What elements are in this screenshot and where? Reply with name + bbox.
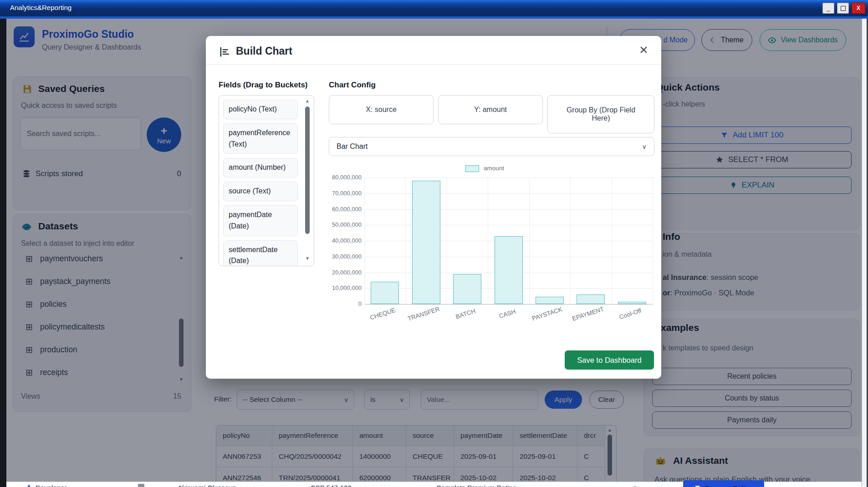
window-frame-left bbox=[0, 19, 6, 487]
maximize-icon bbox=[841, 6, 846, 11]
window-title-bar: Analytics&Reporting bbox=[0, 0, 868, 16]
field-chip[interactable]: source (Text) bbox=[223, 182, 298, 201]
modal-title: Build Chart bbox=[236, 45, 292, 57]
field-chip[interactable]: amount (Number) bbox=[223, 158, 298, 178]
y-axis-tick-label: 40,000,000 bbox=[329, 237, 362, 244]
x-axis-tick-label: TRANSFER bbox=[407, 305, 440, 322]
x-axis-tick-label: BATCH bbox=[455, 307, 476, 320]
chart-gridline bbox=[405, 178, 406, 304]
y-axis-tick-label: 0 bbox=[329, 300, 362, 307]
bar-batch bbox=[453, 274, 481, 304]
status-task: Complete Premium Rating bbox=[436, 484, 516, 487]
status-fragment: q bbox=[633, 484, 637, 487]
fields-list: policyNo (Text)paymentReference (Text)am… bbox=[219, 95, 314, 266]
y-axis-tick-label: 50,000,000 bbox=[329, 221, 362, 228]
field-chip[interactable]: paymentDate (Date) bbox=[223, 205, 298, 236]
status-code: CSP 547-109 bbox=[311, 484, 352, 487]
window-frame-top bbox=[0, 16, 868, 19]
scroll-down-icon[interactable]: ▼ bbox=[305, 256, 310, 261]
bar-paystack bbox=[536, 297, 564, 304]
bar-cash bbox=[495, 236, 523, 304]
bar-transfer bbox=[412, 181, 440, 304]
fields-scrollbar-thumb[interactable] bbox=[305, 107, 310, 234]
bar-cool-off bbox=[618, 302, 646, 304]
chart-gridline bbox=[488, 178, 488, 304]
page-scrollbar[interactable] bbox=[862, 19, 868, 487]
chart-gridline bbox=[653, 178, 653, 304]
process-policy-label: Process Policy bbox=[705, 484, 753, 487]
modal-header-divider bbox=[206, 64, 661, 65]
build-chart-modal: Build Chart × Fields (Drag to Buckets) p… bbox=[206, 36, 661, 379]
chart-gridline bbox=[364, 304, 653, 304]
y-axis-tick-label: 80,000,000 bbox=[329, 174, 362, 181]
bar-chart: amount 010,000,00020,000,00030,000,00040… bbox=[329, 162, 654, 340]
field-chip[interactable]: paymentReference (Text) bbox=[223, 123, 298, 154]
close-icon[interactable]: × bbox=[639, 42, 648, 57]
status-bar: Developer Akinyemi Olusegun CSP 547-109 … bbox=[6, 482, 862, 487]
y-axis-tick-label: 20,000,000 bbox=[329, 269, 362, 276]
chart-gridline bbox=[364, 209, 653, 210]
y-axis-bucket[interactable]: Y: amount bbox=[438, 95, 543, 124]
x-axis-tick-label: CASH bbox=[498, 308, 516, 320]
x-axis-tick-label: CHEQUE bbox=[369, 306, 397, 321]
group-by-bucket[interactable]: Group By (Drop Field Here) bbox=[547, 95, 654, 133]
chart-gridline bbox=[364, 193, 653, 194]
developer-icon bbox=[26, 484, 32, 487]
chart-type-value: Bar Chart bbox=[337, 142, 368, 151]
minimize-button[interactable]: _ bbox=[822, 3, 834, 14]
field-chip[interactable]: policyNo (Text) bbox=[223, 100, 298, 119]
y-axis-tick-label: 10,000,000 bbox=[329, 284, 362, 291]
scroll-up-icon[interactable]: ▲ bbox=[305, 98, 310, 103]
chart-gridline bbox=[612, 178, 612, 304]
y-axis-tick-label: 30,000,000 bbox=[329, 253, 362, 260]
chart-gridline bbox=[570, 178, 571, 304]
close-window-button[interactable]: X bbox=[852, 3, 865, 14]
x-axis-tick-label: EPAYMENT bbox=[572, 305, 605, 322]
window-title: Analytics&Reporting bbox=[10, 4, 71, 11]
x-axis-tick-label: PAYSTACK bbox=[531, 306, 563, 322]
chart-type-select[interactable]: Bar Chart ∨ bbox=[329, 137, 654, 156]
status-developer: Developer bbox=[36, 484, 66, 487]
chevron-down-icon: ∨ bbox=[642, 143, 647, 150]
bar-cheque bbox=[371, 282, 399, 304]
chart-config-heading: Chart Config bbox=[329, 81, 376, 90]
process-policy-button[interactable]: Process Policy bbox=[683, 480, 764, 487]
bar-epayment bbox=[577, 294, 605, 304]
field-chip[interactable]: settlementDate (Date) bbox=[223, 240, 298, 266]
status-separator-icon bbox=[138, 484, 144, 487]
y-axis-tick-label: 60,000,000 bbox=[329, 206, 362, 213]
funnel-icon bbox=[694, 485, 701, 487]
fields-heading: Fields (Drag to Buckets) bbox=[219, 81, 308, 90]
chart-gridline bbox=[529, 178, 530, 304]
chart-gridline bbox=[364, 178, 365, 304]
x-axis-bucket[interactable]: X: source bbox=[329, 95, 434, 124]
chart-bars-icon bbox=[219, 46, 230, 60]
status-user: Akinyemi Olusegun bbox=[178, 484, 236, 487]
chart-gridline bbox=[364, 178, 653, 178]
save-to-dashboard-button[interactable]: Save to Dashboard bbox=[565, 350, 654, 370]
chart-gridline bbox=[447, 178, 447, 304]
x-axis-tick-label: Cool-Off bbox=[618, 307, 642, 321]
chart-gridline bbox=[364, 225, 653, 225]
maximize-button[interactable] bbox=[837, 3, 849, 14]
y-axis-tick-label: 70,000,000 bbox=[329, 190, 362, 197]
